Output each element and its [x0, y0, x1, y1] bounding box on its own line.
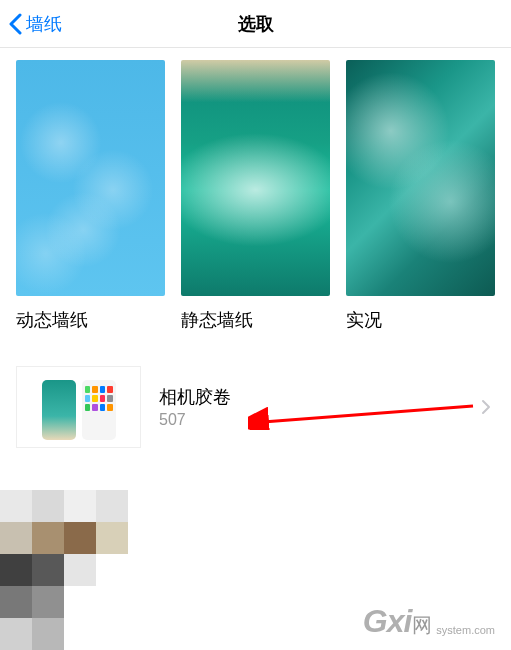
- category-label: 实况: [346, 308, 495, 332]
- pixelated-region: [0, 490, 160, 650]
- album-info: 相机胶卷 507: [159, 385, 231, 429]
- back-button[interactable]: 墙纸: [0, 12, 62, 36]
- static-thumbnail: [181, 60, 330, 296]
- category-dynamic[interactable]: 动态墙纸: [16, 60, 165, 332]
- mini-phone-icon: [82, 380, 116, 440]
- category-live[interactable]: 实况: [346, 60, 495, 332]
- live-thumbnail: [346, 60, 495, 296]
- category-label: 动态墙纸: [16, 308, 165, 332]
- watermark-prefix: Gxi: [363, 603, 412, 640]
- chevron-left-icon: [8, 13, 22, 35]
- album-camera-roll[interactable]: 相机胶卷 507: [0, 358, 511, 456]
- wallpaper-categories: 动态墙纸 静态墙纸 实况: [0, 48, 511, 332]
- dynamic-thumbnail: [16, 60, 165, 296]
- category-static[interactable]: 静态墙纸: [181, 60, 330, 332]
- back-label: 墙纸: [26, 12, 62, 36]
- album-name: 相机胶卷: [159, 385, 231, 409]
- watermark-domain: system.com: [436, 624, 495, 636]
- watermark-cn: 网: [412, 612, 432, 639]
- nav-header: 墙纸 选取: [0, 0, 511, 48]
- album-count: 507: [159, 411, 231, 429]
- album-thumbnail: [16, 366, 141, 448]
- page-title: 选取: [238, 12, 274, 36]
- category-label: 静态墙纸: [181, 308, 330, 332]
- watermark: Gxi 网 system.com: [363, 603, 495, 640]
- chevron-right-icon: [481, 399, 491, 415]
- mini-phone-icon: [42, 380, 76, 440]
